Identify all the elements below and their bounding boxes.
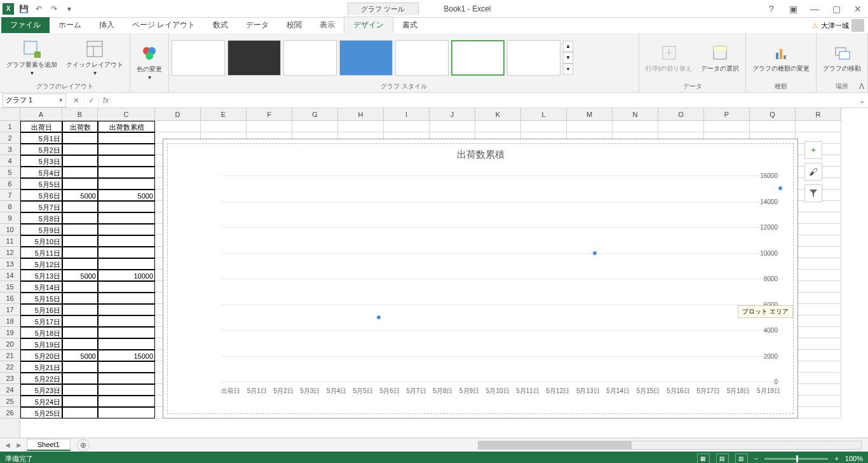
- chart-title[interactable]: 出荷数累積: [168, 144, 793, 166]
- row-header-21[interactable]: 21: [0, 350, 20, 361]
- redo-icon[interactable]: ↷: [48, 3, 60, 15]
- row-header-9[interactable]: 9: [0, 212, 20, 224]
- chart-style-2[interactable]: [227, 40, 281, 76]
- restore-icon[interactable]: ▢: [829, 1, 844, 17]
- col-header-J[interactable]: J: [430, 108, 475, 121]
- cancel-formula-icon[interactable]: ✕: [69, 93, 84, 107]
- cell[interactable]: 5月20日: [20, 350, 62, 361]
- sheet-nav-next-icon[interactable]: ►: [15, 441, 23, 450]
- chart-styles-button[interactable]: 🖌: [804, 163, 822, 181]
- cell[interactable]: [98, 315, 155, 327]
- cell[interactable]: [796, 384, 841, 396]
- gallery-more-icon[interactable]: ▾: [563, 64, 573, 75]
- row-header-14[interactable]: 14: [0, 270, 20, 281]
- cell[interactable]: 5月12日: [20, 258, 62, 270]
- cell[interactable]: [521, 121, 567, 132]
- qat-dropdown-icon[interactable]: ▾: [64, 3, 75, 15]
- cell[interactable]: [62, 373, 98, 384]
- chart-plot-area[interactable]: プロット エリア 0200040006000800010000120001400…: [193, 176, 780, 382]
- cell[interactable]: 5月1日: [20, 132, 62, 144]
- cell[interactable]: [98, 235, 155, 247]
- cell[interactable]: [98, 384, 155, 396]
- cell[interactable]: [796, 235, 841, 247]
- tab-data[interactable]: データ: [237, 17, 278, 33]
- col-header-G[interactable]: G: [292, 108, 338, 121]
- cell[interactable]: [704, 121, 750, 132]
- col-header-E[interactable]: E: [201, 108, 247, 121]
- row-header-5[interactable]: 5: [0, 167, 20, 178]
- cell[interactable]: [796, 350, 841, 361]
- row-header-8[interactable]: 8: [0, 201, 20, 212]
- cell[interactable]: [98, 167, 155, 178]
- cell[interactable]: [62, 304, 98, 315]
- close-icon[interactable]: ✕: [850, 1, 865, 17]
- cell[interactable]: [567, 121, 613, 132]
- cell[interactable]: 5月9日: [20, 224, 62, 235]
- row-header-19[interactable]: 19: [0, 327, 20, 338]
- row-header-6[interactable]: 6: [0, 178, 20, 190]
- row-header-3[interactable]: 3: [0, 144, 20, 155]
- zoom-in-button[interactable]: +: [834, 455, 838, 462]
- cell[interactable]: 5月13日: [20, 270, 62, 281]
- add-chart-element-button[interactable]: グラフ要素を追加▾: [3, 38, 61, 78]
- help-icon[interactable]: ?: [764, 1, 779, 17]
- tab-format[interactable]: 書式: [393, 17, 426, 33]
- cell[interactable]: 5月21日: [20, 361, 62, 373]
- cell[interactable]: [796, 304, 841, 315]
- col-header-L[interactable]: L: [521, 108, 567, 121]
- ribbon-options-icon[interactable]: ▣: [785, 1, 801, 17]
- collapse-ribbon-icon[interactable]: ᐱ: [859, 82, 864, 91]
- cell[interactable]: 5月18日: [20, 327, 62, 338]
- cell[interactable]: [98, 247, 155, 258]
- cell[interactable]: [98, 144, 155, 155]
- cell[interactable]: [796, 121, 841, 132]
- row-header-11[interactable]: 11: [0, 235, 20, 247]
- cell[interactable]: 5月11日: [20, 247, 62, 258]
- cell[interactable]: [98, 361, 155, 373]
- row-header-24[interactable]: 24: [0, 384, 20, 396]
- col-header-I[interactable]: I: [384, 108, 430, 121]
- data-point[interactable]: [778, 186, 782, 190]
- row-header-18[interactable]: 18: [0, 315, 20, 327]
- data-point[interactable]: [377, 315, 381, 319]
- chart-filter-button[interactable]: [804, 184, 822, 202]
- cell[interactable]: [430, 121, 475, 132]
- cell[interactable]: 出荷日: [20, 121, 62, 132]
- quick-layout-button[interactable]: クイックレイアウト▾: [62, 38, 127, 78]
- cell[interactable]: [475, 121, 521, 132]
- chart-style-1[interactable]: [172, 40, 225, 76]
- cell[interactable]: [292, 121, 338, 132]
- cell[interactable]: [796, 293, 841, 304]
- cell[interactable]: [62, 178, 98, 190]
- cell[interactable]: 5月14日: [20, 281, 62, 293]
- sheet-tab-sheet1[interactable]: Sheet1: [27, 439, 71, 451]
- column-headers[interactable]: ABCDEFGHIJKLMNOPQR: [20, 108, 841, 121]
- col-header-H[interactable]: H: [338, 108, 384, 121]
- cell[interactable]: [62, 224, 98, 235]
- cell[interactable]: [338, 121, 384, 132]
- cell[interactable]: [613, 121, 658, 132]
- tab-formulas[interactable]: 数式: [204, 17, 237, 33]
- cell[interactable]: [796, 327, 841, 338]
- col-header-P[interactable]: P: [704, 108, 750, 121]
- cell[interactable]: 5月19日: [20, 338, 62, 350]
- col-header-A[interactable]: A: [20, 108, 62, 121]
- cell[interactable]: 5月8日: [20, 212, 62, 224]
- cell[interactable]: 5月17日: [20, 315, 62, 327]
- row-header-16[interactable]: 16: [0, 293, 20, 304]
- tab-file[interactable]: ファイル: [1, 17, 50, 33]
- cell[interactable]: [247, 121, 292, 132]
- col-header-O[interactable]: O: [658, 108, 704, 121]
- select-data-button[interactable]: データの選択: [697, 41, 743, 74]
- accept-formula-icon[interactable]: ✓: [84, 93, 99, 107]
- row-header-20[interactable]: 20: [0, 338, 20, 350]
- cell[interactable]: 出荷数: [62, 121, 98, 132]
- name-box[interactable]: グラフ 1▾: [3, 93, 66, 107]
- cell[interactable]: [62, 144, 98, 155]
- change-chart-type-button[interactable]: グラフの種類の変更: [749, 41, 813, 74]
- chart-style-4[interactable]: [339, 40, 393, 76]
- tab-review[interactable]: 校閲: [278, 17, 311, 33]
- normal-view-icon[interactable]: ▦: [697, 453, 710, 463]
- chart-style-6[interactable]: [451, 40, 505, 76]
- row-header-10[interactable]: 10: [0, 224, 20, 235]
